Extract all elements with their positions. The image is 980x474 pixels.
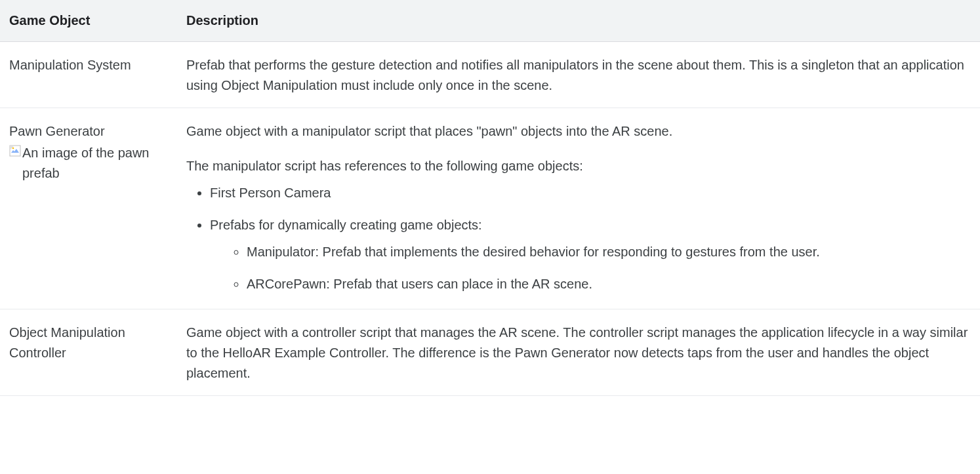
broken-image-alt: An image of the pawn prefab — [22, 143, 168, 184]
cell-name: Object Manipulation Controller — [0, 309, 177, 396]
header-game-object: Game Object — [0, 0, 177, 42]
cell-description: Game object with a controller script tha… — [177, 309, 980, 396]
broken-image-icon — [9, 145, 21, 157]
svg-point-2 — [12, 148, 14, 149]
table-row: Object Manipulation Controller Game obje… — [0, 309, 980, 396]
list-item: ARCorePawn: Prefab that users can place … — [247, 274, 971, 294]
table-row: Pawn Generator An image of the pawn pref… — [0, 108, 980, 309]
list-item: First Person Camera — [210, 183, 971, 203]
desc-subhead: The manipulator script has references to… — [186, 156, 971, 176]
desc-intro: Game object with a manipulator script th… — [186, 121, 971, 142]
broken-image-placeholder: An image of the pawn prefab — [9, 143, 168, 184]
nested-list: Manipulator: Prefab that implements the … — [210, 242, 971, 294]
header-description: Description — [177, 0, 980, 42]
list-item-label: Prefabs for dynamically creating game ob… — [210, 218, 482, 232]
cell-name: Pawn Generator An image of the pawn pref… — [0, 108, 177, 309]
row-title: Pawn Generator — [9, 121, 168, 142]
table-row: Manipulation System Prefab that performs… — [0, 42, 980, 108]
list-item: Manipulator: Prefab that implements the … — [247, 242, 971, 262]
game-object-table: Game Object Description Manipulation Sys… — [0, 0, 980, 396]
cell-name: Manipulation System — [0, 42, 177, 108]
reference-list: First Person Camera Prefabs for dynamica… — [186, 183, 971, 294]
list-item: Prefabs for dynamically creating game ob… — [210, 215, 971, 294]
cell-description: Game object with a manipulator script th… — [177, 108, 980, 309]
cell-description: Prefab that performs the gesture detecti… — [177, 42, 980, 108]
